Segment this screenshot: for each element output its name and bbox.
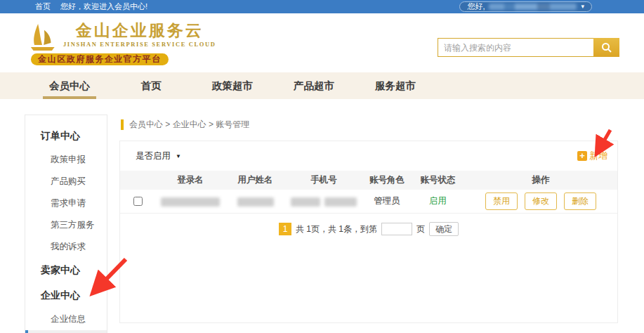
user-name-redacted: [237, 197, 274, 207]
search-bar: [438, 38, 619, 57]
header-phone: 手机号: [285, 174, 362, 186]
sidebar-item-demand-apply[interactable]: 需求申请: [25, 192, 107, 214]
phone-redacted: [324, 197, 357, 207]
topbar-left: 首页 您好，欢迎进入会员中心!: [0, 1, 147, 12]
header-user-name: 用户姓名: [225, 174, 285, 186]
pagination: 1 共 1页，共 1条，到第 页 确定: [120, 222, 617, 236]
tab-service-market[interactable]: 服务超市: [364, 72, 426, 99]
magnifier-icon: [601, 42, 612, 53]
logo[interactable]: 金山企业服务云 JINSHAN ENTERPRISE SERVICE CLOUD: [27, 22, 216, 53]
header: 金山企业服务云 JINSHAN ENTERPRISE SERVICE CLOUD…: [0, 13, 644, 72]
account-status-cell: 启用: [412, 195, 464, 207]
search-input[interactable]: [438, 38, 593, 57]
user-name-redacted: [489, 4, 577, 10]
table-header-row: 登录名 用户姓名 手机号 账号角色 账号状态 操作: [120, 171, 617, 190]
plus-icon: +: [577, 151, 587, 161]
row-checkbox[interactable]: [133, 197, 143, 206]
search-button[interactable]: [593, 38, 619, 57]
accounts-table: 登录名 用户姓名 手机号 账号角色 账号状态 操作 管理员 启用 禁用 修改 删…: [120, 171, 617, 214]
row-actions: 禁用 修改 删除: [464, 192, 617, 210]
header-login-name: 登录名: [155, 174, 225, 186]
phone-redacted: [291, 197, 320, 207]
pagination-summary: 共 1页，共 1条，到第: [296, 223, 377, 235]
page-jump-confirm-button[interactable]: 确定: [429, 222, 459, 236]
topbar-home-link[interactable]: 首页: [35, 1, 51, 12]
logo-title: 金山企业服务云: [76, 22, 204, 39]
sidebar-group-enterprise-center[interactable]: 企业中心: [25, 283, 107, 308]
header-account-status: 账号状态: [412, 174, 464, 186]
main-nav: 会员中心 首页 政策超市 产品超市 服务超市: [0, 72, 644, 99]
current-page-badge: 1: [279, 223, 291, 235]
sidebar-item-account-management[interactable]: 账号管理: [25, 330, 107, 333]
dropdown-caret-icon: ▼: [176, 153, 181, 159]
tab-home[interactable]: 首页: [120, 72, 182, 99]
page-jump-input[interactable]: [381, 223, 412, 235]
tab-policy-market[interactable]: 政策超市: [202, 72, 263, 99]
sidebar: 订单中心 政策申报 产品购买 需求申请 第三方服务 我的诉求 卖家中心 企业中心…: [25, 115, 107, 333]
enable-filter-label: 是否启用: [136, 150, 171, 162]
sailboat-icon: [27, 22, 58, 53]
sidebar-item-enterprise-info[interactable]: 企业信息: [25, 308, 107, 330]
header-account-role: 账号角色: [362, 174, 412, 186]
breadcrumb: 会员中心 > 企业中心 > 账号管理: [121, 119, 249, 131]
logo-badge: 金山区政府服务企业官方平台: [31, 53, 169, 65]
sidebar-item-my-appeals[interactable]: 我的诉求: [25, 236, 107, 258]
breadcrumb-text: 会员中心 > 企业中心 > 账号管理: [129, 119, 249, 131]
breadcrumb-accent-bar: [121, 119, 124, 130]
topbar: 首页 您好，欢迎进入会员中心! 您好, ▾: [0, 0, 644, 13]
tab-member-center[interactable]: 会员中心: [39, 72, 100, 99]
sidebar-group-order-center[interactable]: 订单中心: [25, 124, 107, 149]
page: 首页 您好，欢迎进入会员中心! 您好, ▾ 金山企业服务云 JINSHAN EN…: [0, 0, 644, 333]
topbar-greeting-label: 您好,: [467, 1, 485, 12]
header-actions: 操作: [464, 174, 617, 186]
logo-texts: 金山企业服务云 JINSHAN ENTERPRISE SERVICE CLOUD: [63, 22, 216, 48]
login-name-redacted: [161, 197, 220, 207]
account-management-panel: 是否启用 ▼ + 新增 登录名 用户姓名 手机号 账号角色 账号状态 操作: [119, 141, 618, 323]
sidebar-item-policy-declare[interactable]: 政策申报: [25, 149, 107, 171]
add-account-button[interactable]: + 新增: [577, 150, 607, 162]
tab-product-market[interactable]: 产品超市: [283, 72, 345, 99]
add-account-label: 新增: [589, 150, 607, 162]
enable-filter-dropdown[interactable]: 是否启用 ▼: [136, 150, 181, 162]
sidebar-group-seller-center[interactable]: 卖家中心: [25, 258, 107, 283]
topbar-welcome-text: 您好，欢迎进入会员中心!: [60, 1, 147, 12]
table-row: 管理员 启用 禁用 修改 删除: [120, 190, 617, 214]
topbar-user-menu[interactable]: 您好, ▾: [459, 1, 592, 12]
sidebar-item-third-party-service[interactable]: 第三方服务: [25, 214, 107, 236]
disable-button[interactable]: 禁用: [485, 192, 518, 210]
page-unit-label: 页: [416, 223, 425, 235]
logo-subtitle: JINSHAN ENTERPRISE SERVICE CLOUD: [63, 41, 216, 48]
filter-row: 是否启用 ▼ + 新增: [120, 141, 617, 168]
edit-button[interactable]: 修改: [525, 192, 557, 210]
chevron-down-icon: ▾: [581, 4, 584, 10]
delete-button[interactable]: 删除: [564, 192, 596, 210]
account-role-cell: 管理员: [362, 195, 412, 207]
sidebar-item-product-purchase[interactable]: 产品购买: [25, 171, 107, 192]
